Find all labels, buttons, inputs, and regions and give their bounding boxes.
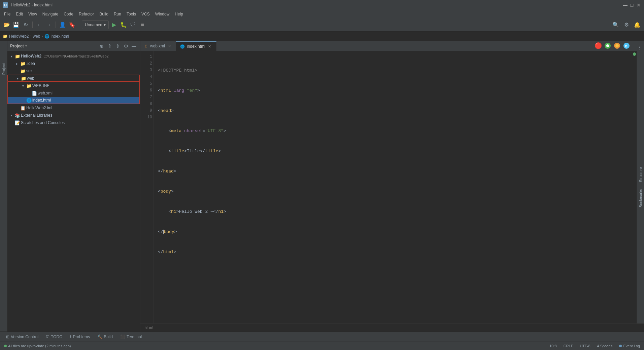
structure-tab[interactable]: Structure [639,167,643,182]
token-tag-title: title [171,148,184,155]
token-open-body: < [158,188,161,195]
expand-all-button[interactable]: ⇕ [114,43,121,49]
intellij-browser-icon[interactable]: 🔴 [594,42,602,50]
window-controls[interactable]: — □ ✕ [622,2,641,8]
menu-build[interactable]: Build [97,11,111,17]
back-button[interactable]: ← [35,21,43,29]
token-tag-title-close: title [205,148,218,155]
breadcrumb-project[interactable]: HelloWeb2 [9,34,29,39]
editor-status-line: html [140,323,644,332]
toolbar-right: 🔍 ⚙ 🔔 [612,21,641,29]
menu-view[interactable]: View [26,11,40,17]
tree-arrow-helloweb2: ▾ [9,54,14,58]
tree-item-web[interactable]: ▾ 📁 web [7,75,140,82]
problems-tab[interactable]: ℹ Problems [67,333,94,341]
menu-navigate[interactable]: Navigate [40,11,61,17]
build-tab[interactable]: 🔨 Build [94,333,116,341]
cursor-position[interactable]: 10:8 [548,343,558,349]
code-line-2: <html lang="en"> [158,87,628,94]
menu-run[interactable]: Run [111,11,124,17]
terminal-tab[interactable]: ⬛ Terminal [117,333,145,341]
line-num-1: 1 [142,54,152,61]
project-settings-button[interactable]: ⚙ [123,43,129,49]
menu-window[interactable]: Window [152,11,172,17]
indent-setting[interactable]: 4 Spaces [596,343,614,349]
open-button[interactable]: 📂 [3,21,11,29]
tab-close-indexhtml[interactable]: ✕ [207,44,212,49]
refresh-button[interactable]: ↻ [22,21,30,29]
collapse-all-button[interactable]: ⇑ [106,43,113,49]
tab-indexhtml[interactable]: 🌐 index.html ✕ [176,41,216,51]
todo-tab[interactable]: ☑ TODO [42,333,66,341]
vcs-button[interactable]: 👤 [59,21,67,29]
close-button[interactable]: ✕ [636,2,641,8]
project-header-dropdown-icon: ▾ [25,44,27,48]
menu-help[interactable]: Help [172,11,186,17]
version-control-tab[interactable]: ⊞ Version Control [3,333,42,341]
code-editor[interactable]: <!DOCTYPE html> <html lang="en"> <head> … [154,51,632,323]
tree-item-webinf[interactable]: ▾ 📁 WEB-INF [7,82,140,89]
menu-file[interactable]: File [1,11,13,17]
edge-browser-icon[interactable]: e [622,42,631,50]
status-all-files[interactable]: All files are up-to-date (2 minutes ago) [3,343,72,349]
encoding[interactable]: UTF-8 [578,343,591,349]
nav-button[interactable]: 🔖 [68,21,76,29]
coverage-button[interactable]: 🛡 [129,21,137,29]
debug-button[interactable]: 🐛 [120,21,128,29]
menu-code[interactable]: Code [61,11,76,17]
line-num-6: 6 [142,87,152,94]
forward-button[interactable]: → [45,21,53,29]
stop-button[interactable]: ■ [138,21,146,29]
locate-file-button[interactable]: ⊕ [98,43,105,49]
menu-vcs[interactable]: VCS [139,11,152,17]
tree-item-scratches[interactable]: 📝 Scratches and Consoles [7,119,140,126]
token-attr-lang: lang [174,87,184,94]
line-separator[interactable]: CRLF [562,343,575,349]
run-button[interactable]: ▶ [110,21,118,29]
menu-tools[interactable]: Tools [124,11,139,17]
tree-label-scratches: Scratches and Consoles [21,120,65,125]
tree-item-helloweb2[interactable]: ▾ 📁 HelloWeb2 C:\Users\YING\IdeaProjects… [7,52,140,60]
tree-item-webxml[interactable]: 📄 web.xml [7,89,140,97]
tree-item-idea[interactable]: ▸ 📁 .idea [7,60,140,67]
token-tag-head-close: head [163,168,174,175]
tree-item-helloweb2iml[interactable]: 📋 HelloWeb2.iml [7,104,140,112]
tab-close-webxml[interactable]: ✕ [167,44,172,48]
bookmarks-tab[interactable]: Bookmarks [639,189,643,207]
token-end-title: > [218,148,221,155]
firefox-browser-icon[interactable] [613,42,621,50]
chrome-browser-icon[interactable] [604,42,612,50]
tree-arrow-extlibs: ▸ [9,114,14,117]
event-log-btn[interactable]: Event Log [618,343,641,349]
minimize-button[interactable]: — [622,2,628,8]
token-close-body-open: > [171,188,174,195]
token-bracket: < [158,87,161,94]
token-close-html-start: </ [158,249,163,256]
terminal-label: Terminal [127,335,142,339]
search-everywhere-button[interactable]: 🔍 [612,21,620,29]
tree-item-src[interactable]: 📁 src [7,67,140,75]
run-config-dropdown[interactable]: Unnamed ▾ [82,21,109,29]
menu-edit[interactable]: Edit [13,11,26,17]
tree-arrow-webinf: ▾ [20,84,26,88]
tree-item-extlibs[interactable]: ▸ 📚 External Libraries [7,112,140,119]
project-panel-tab[interactable]: Project [1,61,6,77]
token-tag-body: body [161,188,171,195]
save-button[interactable]: 💾 [12,21,20,29]
tree-item-indexhtml[interactable]: 🌐 index.html [7,97,140,104]
code-line-3: <head> [158,108,628,114]
tab-more-button[interactable]: ⋮ [636,44,643,51]
file-icon-iml: 📋 [20,106,26,111]
breadcrumb-web[interactable]: web [33,34,40,39]
settings-button[interactable]: ⚙ [622,21,631,29]
svg-text:e: e [625,44,627,48]
breadcrumb-file[interactable]: index.html [51,34,69,39]
maximize-button[interactable]: □ [629,2,635,8]
menu-refactor[interactable]: Refactor [76,11,97,17]
title-bar-left: IJ HelloWeb2 - index.html [3,2,53,8]
close-panel-button[interactable]: — [131,43,137,49]
tab-webxml[interactable]: 🗒 web.xml ✕ [140,41,176,51]
status-bar-left: All files are up-to-date (2 minutes ago) [3,343,72,349]
notifications-button[interactable]: 🔔 [633,21,641,29]
todo-label: TODO [51,335,62,339]
